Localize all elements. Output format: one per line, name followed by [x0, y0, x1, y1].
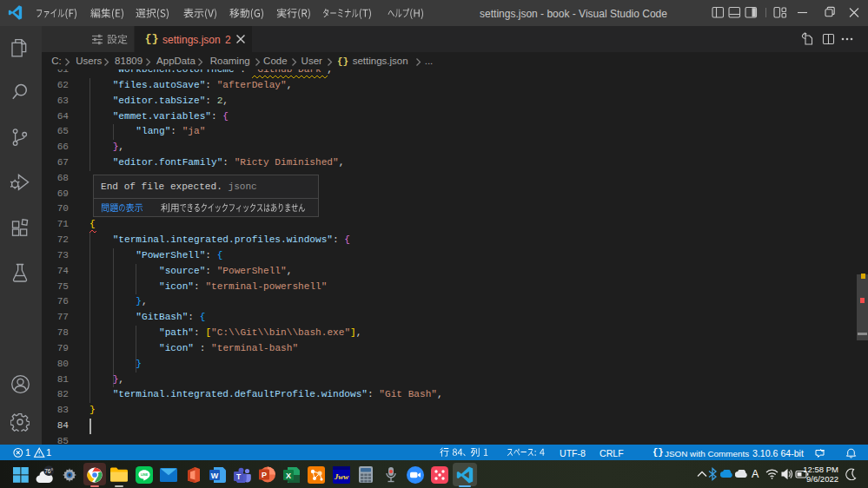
svg-text:X: X — [286, 472, 291, 480]
svg-text:W: W — [211, 472, 219, 480]
svg-text:LINE: LINE — [140, 473, 148, 477]
svg-text:76°: 76° — [45, 468, 54, 474]
svg-text:Jww: Jww — [333, 472, 349, 480]
svg-text:T: T — [236, 472, 242, 480]
svg-text:P: P — [262, 471, 267, 479]
